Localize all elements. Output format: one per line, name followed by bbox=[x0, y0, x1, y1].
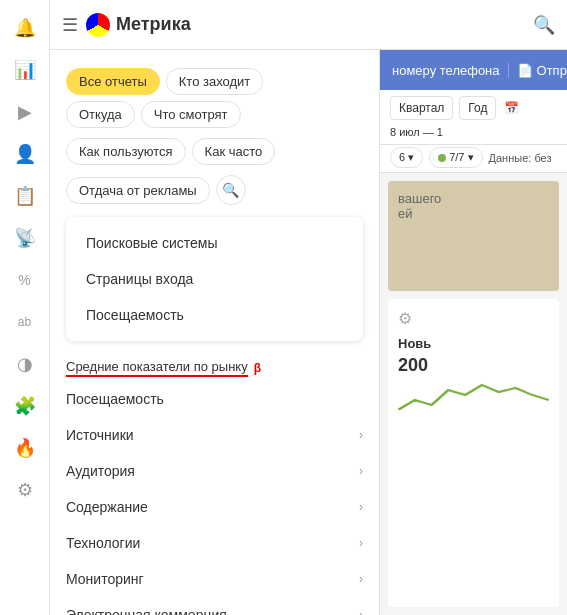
person-icon[interactable]: 👤 bbox=[5, 134, 45, 174]
arrow-icon: › bbox=[359, 464, 363, 478]
filter-tags-row2: Откуда Что смотрят bbox=[50, 99, 379, 130]
audience-dot bbox=[438, 154, 446, 162]
stats-card: ⚙ Новь 200 bbox=[388, 299, 559, 607]
filter-tags-row4: Отдача от рекламы 🔍 bbox=[50, 173, 379, 207]
gear-icon[interactable]: ⚙ bbox=[398, 309, 412, 328]
right-panel: номеру телефона 📄 Отпр Квартал Год 📅 8 и… bbox=[380, 50, 567, 615]
send-button[interactable]: 📄 Отпр bbox=[508, 63, 567, 78]
year-button[interactable]: Год bbox=[459, 96, 496, 120]
toolbar: Квартал Год 📅 8 июл — 1 bbox=[380, 90, 567, 145]
menu-item-monitoring[interactable]: Мониторинг › bbox=[50, 561, 379, 597]
tag-how-often[interactable]: Как часто bbox=[192, 138, 276, 165]
play-icon[interactable]: ▶ bbox=[5, 92, 45, 132]
menu-item-content[interactable]: Содержание › bbox=[50, 489, 379, 525]
percent-icon[interactable]: % bbox=[5, 260, 45, 300]
notifications-icon[interactable]: 🔔 bbox=[5, 8, 45, 48]
menu-card-item-attendance[interactable]: Посещаемость bbox=[66, 297, 363, 333]
menu-card-item-search-systems[interactable]: Поисковые системы bbox=[66, 225, 363, 261]
quarter-button[interactable]: Квартал bbox=[390, 96, 453, 120]
filter-tags-row1: Все отчеты Кто заходит bbox=[50, 60, 379, 99]
arrow-icon: › bbox=[359, 536, 363, 550]
logo-circle bbox=[86, 13, 110, 37]
menu-item-attendance[interactable]: Посещаемость bbox=[50, 381, 379, 417]
menu-card-item-entry-pages[interactable]: Страницы входа bbox=[66, 261, 363, 297]
market-badge: β bbox=[254, 361, 261, 375]
stats-value: 200 bbox=[398, 355, 549, 376]
puzzle-icon[interactable]: 🧩 bbox=[5, 386, 45, 426]
header: ☰ Метрика 🔍 bbox=[50, 0, 567, 50]
sparkline-chart bbox=[398, 380, 549, 410]
stats-title: Новь bbox=[398, 336, 549, 351]
search-icon[interactable]: 🔍 bbox=[533, 14, 555, 36]
market-section: Средние показатели по рынку β bbox=[50, 351, 379, 381]
reports-panel: Все отчеты Кто заходит Откуда Что смотря… bbox=[50, 50, 380, 615]
filter-tags-row3: Как пользуются Как часто bbox=[50, 136, 379, 167]
tag-all-reports[interactable]: Все отчеты bbox=[66, 68, 160, 95]
settings-icon[interactable]: ⚙ bbox=[5, 470, 45, 510]
logo: Метрика bbox=[86, 13, 191, 37]
segment-select[interactable]: 6 ▾ bbox=[390, 147, 423, 168]
send-text: Отпр bbox=[537, 63, 567, 78]
tag-who-visits[interactable]: Кто заходит bbox=[166, 68, 264, 95]
pie-icon[interactable]: ◑ bbox=[5, 344, 45, 384]
beige-text1: вашего bbox=[398, 191, 549, 206]
clipboard-icon[interactable]: 📋 bbox=[5, 176, 45, 216]
search-tag-icon[interactable]: 🔍 bbox=[216, 175, 246, 205]
sidebar: 🔔 📊 ▶ 👤 📋 📡 % ab ◑ 🧩 🔥 ⚙ bbox=[0, 0, 50, 615]
content-area: вашего ей ⚙ Новь 200 bbox=[380, 173, 567, 615]
main-content: ☰ Метрика 🔍 Все отчеты Кто заходит Откуд… bbox=[50, 0, 567, 615]
market-label: Средние показатели по рынку bbox=[66, 359, 248, 377]
arrow-icon: › bbox=[359, 608, 363, 615]
menu-card: Поисковые системы Страницы входа Посещае… bbox=[66, 217, 363, 341]
arrow-icon: › bbox=[359, 572, 363, 586]
send-icon: 📄 bbox=[517, 63, 533, 78]
hamburger-icon[interactable]: ☰ bbox=[62, 14, 78, 36]
tag-from-where[interactable]: Откуда bbox=[66, 101, 135, 128]
tag-ad-returns[interactable]: Отдача от рекламы bbox=[66, 177, 210, 204]
arrow-icon: › bbox=[359, 428, 363, 442]
logo-text: Метрика bbox=[116, 14, 191, 35]
tag-what-watch[interactable]: Что смотрят bbox=[141, 101, 241, 128]
fire-icon[interactable]: 🔥 bbox=[5, 428, 45, 468]
chart-icon[interactable]: 📊 bbox=[5, 50, 45, 90]
calendar-icon: 📅 bbox=[504, 101, 519, 115]
blue-bar: номеру телефона 📄 Отпр bbox=[380, 50, 567, 90]
date-range: 8 июл — 1 bbox=[390, 126, 443, 138]
ab-icon[interactable]: ab bbox=[5, 302, 45, 342]
beige-card: вашего ей bbox=[388, 181, 559, 291]
tag-how-use[interactable]: Как пользуются bbox=[66, 138, 186, 165]
arrow-icon: › bbox=[359, 500, 363, 514]
stats-row: ⚙ Новь 200 bbox=[388, 299, 559, 607]
phone-text: номеру телефона bbox=[392, 63, 500, 78]
data-label: Данные: без bbox=[489, 152, 552, 164]
audience-select[interactable]: 7/7 ▾ bbox=[429, 147, 482, 168]
toolbar-row2: 6 ▾ 7/7 ▾ Данные: без bbox=[380, 145, 567, 173]
menu-item-audience[interactable]: Аудитория › bbox=[50, 453, 379, 489]
content-body: Все отчеты Кто заходит Откуда Что смотря… bbox=[50, 50, 567, 615]
podcast-icon[interactable]: 📡 bbox=[5, 218, 45, 258]
stats-card-header: ⚙ bbox=[398, 309, 549, 328]
menu-item-technologies[interactable]: Технологии › bbox=[50, 525, 379, 561]
beige-text2: ей bbox=[398, 206, 549, 221]
menu-item-ecommerce[interactable]: Электронная коммерция › bbox=[50, 597, 379, 615]
menu-item-sources[interactable]: Источники › bbox=[50, 417, 379, 453]
